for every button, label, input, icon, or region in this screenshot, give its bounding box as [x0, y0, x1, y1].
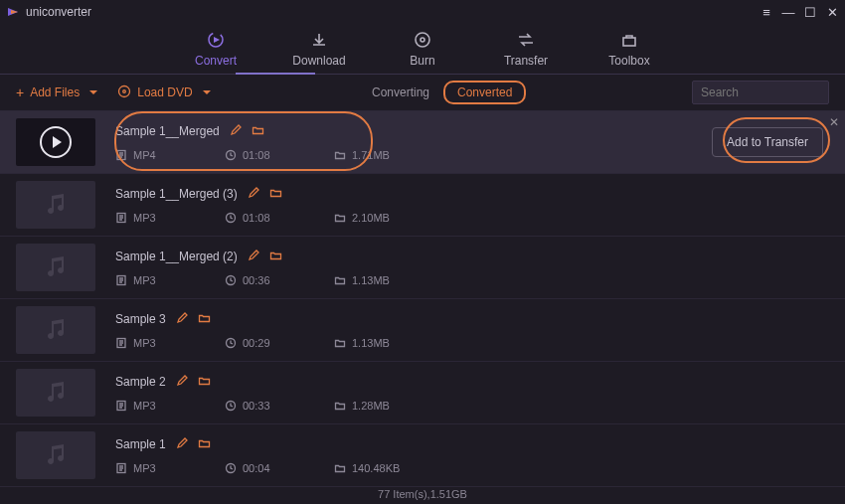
transfer-icon: [516, 30, 536, 50]
file-row[interactable]: Sample 1__Merged (3)MP301:082.10MB: [0, 174, 845, 237]
file-row[interactable]: Sample 1__MergedMP401:081.71MBAdd to Tra…: [0, 111, 845, 174]
file-meta: Sample 1__Merged (3)MP301:082.10MB: [115, 187, 829, 224]
file-meta: Sample 3MP300:291.13MB: [115, 312, 829, 349]
status-bar: 77 Item(s),1.51GB: [0, 488, 845, 504]
file-duration: 00:36: [225, 274, 294, 286]
titlebar: uniconverter ≡ — ☐ ✕: [0, 0, 845, 24]
file-format: MP3: [115, 212, 185, 224]
tab-converted[interactable]: Converted: [443, 81, 526, 104]
file-size: 1.28MB: [334, 400, 414, 412]
file-row[interactable]: Sample 1__Merged (2)MP300:361.13MB: [0, 237, 845, 299]
load-dvd-button[interactable]: Load DVD: [117, 84, 210, 101]
nav-download[interactable]: Download: [292, 30, 346, 74]
download-icon: [310, 30, 328, 50]
burn-icon: [414, 30, 431, 50]
nav-label: Burn: [410, 54, 434, 68]
thumbnail[interactable]: [16, 431, 95, 479]
edit-icon[interactable]: [248, 250, 259, 264]
edit-icon[interactable]: [176, 375, 188, 390]
disc-icon: [117, 84, 131, 101]
file-format: MP3: [115, 462, 185, 474]
file-meta: Sample 1__Merged (2)MP300:361.13MB: [115, 250, 829, 286]
app-logo-icon: [6, 5, 20, 19]
tab-converting[interactable]: Converting: [358, 81, 443, 104]
chevron-down-icon: [203, 90, 211, 94]
file-size: 140.48KB: [334, 462, 414, 474]
folder-icon[interactable]: [198, 312, 211, 327]
file-duration: 01:08: [225, 212, 294, 224]
add-files-label: Add Files: [30, 85, 80, 99]
edit-icon[interactable]: [176, 437, 188, 452]
nav-burn[interactable]: Burn: [396, 30, 449, 74]
file-name: Sample 3: [115, 312, 166, 326]
file-format: MP3: [115, 337, 185, 349]
edit-icon[interactable]: [248, 187, 259, 202]
nav-convert[interactable]: Convert: [189, 30, 243, 74]
svg-point-5: [421, 38, 424, 42]
thumbnail[interactable]: [16, 369, 95, 417]
nav-transfer[interactable]: Transfer: [499, 30, 553, 74]
play-icon[interactable]: [40, 126, 72, 158]
folder-icon[interactable]: [269, 250, 282, 264]
svg-point-8: [123, 89, 126, 92]
file-list: Sample 1__MergedMP401:081.71MBAdd to Tra…: [0, 111, 845, 489]
edit-icon[interactable]: [176, 312, 188, 327]
folder-icon[interactable]: [198, 375, 211, 390]
folder-icon[interactable]: [198, 437, 211, 452]
file-name: Sample 1__Merged: [115, 124, 220, 138]
folder-icon[interactable]: [269, 187, 282, 202]
status-summary: 77 Item(s),1.51GB: [378, 488, 467, 500]
file-format: MP3: [115, 400, 185, 412]
file-format: MP4: [115, 149, 185, 161]
edit-icon[interactable]: [230, 124, 242, 139]
close-icon[interactable]: ✕: [829, 115, 839, 129]
nav-label: Transfer: [504, 54, 548, 68]
nav-label: Convert: [195, 54, 237, 68]
file-format: MP3: [115, 274, 185, 286]
add-to-transfer-button[interactable]: Add to Transfer: [712, 127, 823, 157]
file-duration: 00:29: [225, 337, 294, 349]
music-icon: [42, 440, 70, 471]
file-name: Sample 1: [115, 437, 166, 451]
nav-toolbox[interactable]: Toolbox: [602, 30, 656, 74]
file-size: 1.13MB: [334, 337, 414, 349]
svg-point-4: [416, 33, 429, 47]
file-row[interactable]: Sample 1MP300:04140.48KB: [0, 424, 845, 487]
top-nav: Convert Download Burn Transfer Toolbox: [0, 24, 845, 75]
file-row[interactable]: Sample 2MP300:331.28MB: [0, 362, 845, 424]
file-meta: Sample 1MP300:04140.48KB: [115, 437, 829, 474]
result-tabs: Converting Converted: [358, 81, 526, 104]
hamburger-icon[interactable]: ≡: [760, 5, 773, 20]
plus-icon: +: [16, 84, 24, 100]
app-title: uniconverter: [26, 5, 91, 19]
folder-icon[interactable]: [252, 124, 264, 139]
nav-label: Download: [292, 54, 345, 68]
nav-active-underline: [236, 73, 315, 75]
toolbox-icon: [620, 30, 638, 50]
svg-point-7: [119, 85, 130, 96]
search-input[interactable]: [692, 81, 829, 104]
close-button[interactable]: ✕: [825, 5, 839, 20]
chevron-down-icon: [89, 90, 97, 94]
file-name: Sample 1__Merged (2): [115, 250, 238, 263]
load-dvd-label: Load DVD: [137, 85, 192, 99]
maximize-button[interactable]: ☐: [803, 5, 817, 20]
file-name: Sample 2: [115, 375, 166, 389]
add-files-button[interactable]: + Add Files: [16, 84, 97, 100]
thumbnail[interactable]: [16, 244, 95, 291]
svg-rect-6: [623, 38, 635, 46]
svg-marker-3: [214, 37, 220, 43]
thumbnail[interactable]: [16, 118, 95, 166]
file-row[interactable]: Sample 3MP300:291.13MB: [0, 299, 845, 362]
file-size: 1.13MB: [334, 274, 414, 286]
convert-icon: [206, 30, 226, 50]
music-icon: [42, 378, 70, 409]
minimize-button[interactable]: —: [781, 5, 795, 20]
sub-bar: + Add Files Load DVD Converting Converte…: [0, 75, 845, 111]
file-duration: 00:04: [225, 462, 294, 474]
thumbnail[interactable]: [16, 181, 95, 229]
music-icon: [42, 252, 70, 283]
file-duration: 00:33: [225, 400, 294, 412]
thumbnail[interactable]: [16, 306, 95, 354]
file-meta: Sample 2MP300:331.28MB: [115, 375, 829, 412]
